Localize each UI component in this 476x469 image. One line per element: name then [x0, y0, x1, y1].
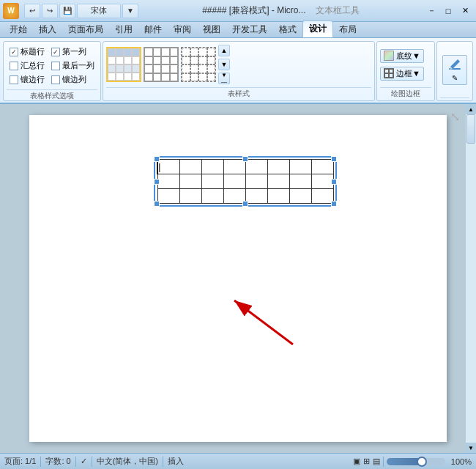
- handle-bottom-center[interactable]: [242, 201, 248, 207]
- view-web-icon[interactable]: ⊞: [363, 457, 370, 466]
- tab-design[interactable]: 设计: [302, 21, 333, 37]
- handle-top-right[interactable]: [331, 156, 337, 162]
- tab-home[interactable]: 开始: [4, 22, 33, 37]
- tab-layout[interactable]: 布局: [333, 22, 362, 37]
- scroll-track[interactable]: [466, 114, 476, 443]
- table-cell[interactable]: [267, 174, 289, 189]
- vertical-scrollbar[interactable]: ▲ ▼: [466, 104, 476, 453]
- document-table[interactable]: |: [157, 159, 334, 204]
- table-cell[interactable]: [267, 189, 289, 204]
- draw-table-button[interactable]: ✎: [442, 55, 467, 85]
- shading-button[interactable]: 底纹▼: [380, 49, 424, 63]
- status-separator-2: [75, 457, 76, 467]
- borders-button[interactable]: 边框▼: [380, 67, 424, 81]
- undo-button[interactable]: ↩: [24, 4, 40, 18]
- total-row-checkbox[interactable]: [10, 62, 18, 70]
- table-cell[interactable]: [157, 174, 179, 189]
- scroll-up-button[interactable]: ▲: [218, 45, 230, 56]
- table-style-2[interactable]: [144, 47, 179, 82]
- table-cell[interactable]: [289, 160, 311, 174]
- header-row-checkbox[interactable]: [10, 48, 18, 56]
- minimize-button[interactable]: －: [423, 4, 439, 18]
- close-button[interactable]: ✕: [457, 4, 473, 18]
- handle-bottom-right[interactable]: [331, 201, 337, 207]
- handle-mid-right[interactable]: [331, 179, 337, 185]
- first-col-checkbox[interactable]: [51, 48, 60, 56]
- table-styles-label: 表样式: [106, 87, 371, 99]
- ts-cell: [132, 48, 140, 56]
- tab-view[interactable]: 视图: [197, 22, 226, 37]
- ts-cell: [124, 48, 132, 56]
- tab-review[interactable]: 审阅: [168, 22, 197, 37]
- ts-cell: [207, 64, 216, 73]
- scroll-thumb[interactable]: [466, 114, 475, 144]
- table-cell[interactable]: [245, 160, 267, 174]
- table-style-1[interactable]: [106, 47, 141, 82]
- office-logo-button[interactable]: W: [3, 3, 19, 19]
- table-cell[interactable]: [245, 189, 267, 204]
- draw-borders-label: 绘图边框: [380, 87, 431, 99]
- ts-cell: [144, 73, 153, 82]
- table-cell[interactable]: [245, 174, 267, 189]
- table-cell[interactable]: [179, 189, 201, 204]
- table-cell[interactable]: |: [157, 160, 179, 174]
- table-cell[interactable]: [311, 160, 333, 174]
- tab-developer[interactable]: 开发工具: [226, 22, 273, 37]
- table-cell[interactable]: [223, 174, 245, 189]
- table-cell[interactable]: [157, 189, 179, 204]
- scroll-more-button[interactable]: ▼—: [218, 73, 230, 84]
- banded-rows-checkbox[interactable]: [10, 75, 18, 84]
- ts-cell: [190, 48, 199, 56]
- window-controls: － □ ✕: [423, 4, 473, 18]
- scroll-up-arrow[interactable]: ▲: [466, 104, 476, 114]
- table-cell[interactable]: [289, 174, 311, 189]
- table-cell[interactable]: [201, 174, 223, 189]
- zoom-thumb[interactable]: [417, 457, 427, 467]
- table-cell[interactable]: [311, 189, 333, 204]
- ts-cell: [190, 56, 199, 65]
- ts-cell: [153, 48, 162, 56]
- table-checkboxes: 标题行 第一列 汇总行 最后一列 镶边行 镶边列: [7, 43, 97, 88]
- font-selector[interactable]: 宋体: [77, 4, 121, 18]
- header-row-label: 标题行: [21, 46, 45, 57]
- tab-insert[interactable]: 插入: [33, 22, 62, 37]
- table-style-3[interactable]: [181, 47, 216, 82]
- handle-bottom-left[interactable]: [154, 201, 160, 207]
- save-button[interactable]: 💾: [59, 4, 75, 18]
- handle-mid-left[interactable]: [154, 179, 160, 185]
- banded-cols-label: 镶边列: [62, 74, 86, 85]
- view-normal-icon[interactable]: ▣: [353, 457, 360, 466]
- scroll-down-button[interactable]: ▼: [218, 59, 230, 70]
- table-cell[interactable]: [179, 160, 201, 174]
- banded-cols-checkbox[interactable]: [51, 75, 60, 84]
- status-left: 页面: 1/1 字数: 0 ✓ 中文(简体，中国) 插入: [4, 456, 347, 467]
- table-cell[interactable]: [201, 189, 223, 204]
- table-cell[interactable]: [267, 160, 289, 174]
- draw-group-label: [440, 97, 469, 99]
- table-cell[interactable]: [201, 160, 223, 174]
- table-cell[interactable]: [289, 189, 311, 204]
- tab-pagelayout[interactable]: 页面布局: [62, 22, 109, 37]
- ts-cell: [132, 64, 140, 73]
- handle-top-left[interactable]: [154, 156, 160, 162]
- handle-top-center[interactable]: [242, 156, 248, 162]
- ts-cell: [144, 48, 153, 56]
- redo-button[interactable]: ↪: [42, 4, 58, 18]
- table-cell[interactable]: [179, 174, 201, 189]
- more-button[interactable]: ▼: [122, 4, 138, 18]
- ts-cell: [198, 64, 207, 73]
- last-col-checkbox[interactable]: [51, 62, 60, 70]
- view-print-icon[interactable]: ▤: [373, 457, 380, 466]
- ts-cell: [198, 48, 207, 56]
- ts-cell: [170, 56, 179, 65]
- tab-format[interactable]: 格式: [273, 22, 302, 37]
- table-cell[interactable]: [311, 174, 333, 189]
- pencil-icon: [447, 58, 462, 73]
- maximize-button[interactable]: □: [440, 4, 456, 18]
- tab-references[interactable]: 引用: [109, 22, 138, 37]
- banded-rows-checkbox-row: 镶边行 镶边列: [10, 74, 94, 85]
- resize-handle-area: ⤡: [450, 111, 460, 123]
- scroll-down-arrow[interactable]: ▼: [466, 443, 476, 453]
- ts-cell: [153, 64, 162, 73]
- tab-mailings[interactable]: 邮件: [138, 22, 168, 37]
